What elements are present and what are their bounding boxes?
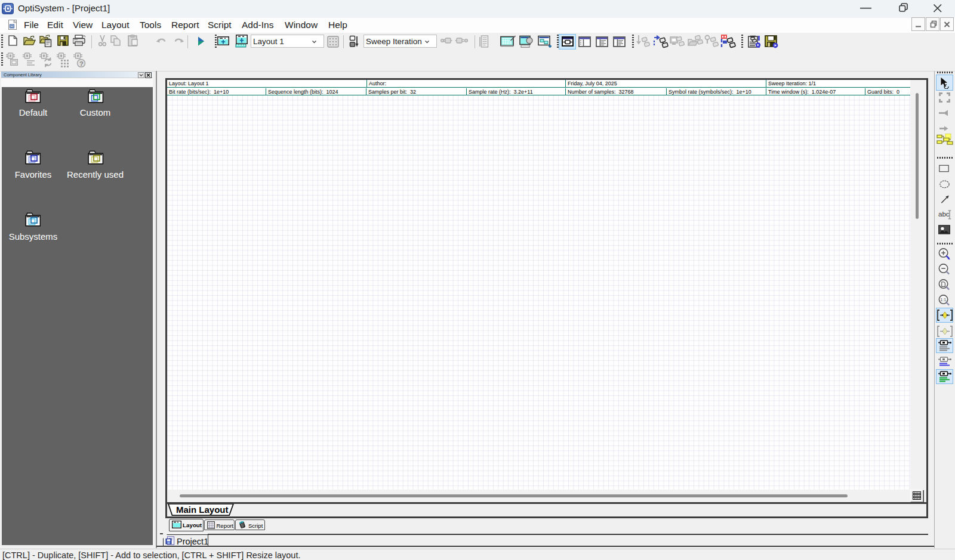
svg-text:?: ? <box>79 60 84 67</box>
svg-text:1:1: 1:1 <box>940 297 946 302</box>
